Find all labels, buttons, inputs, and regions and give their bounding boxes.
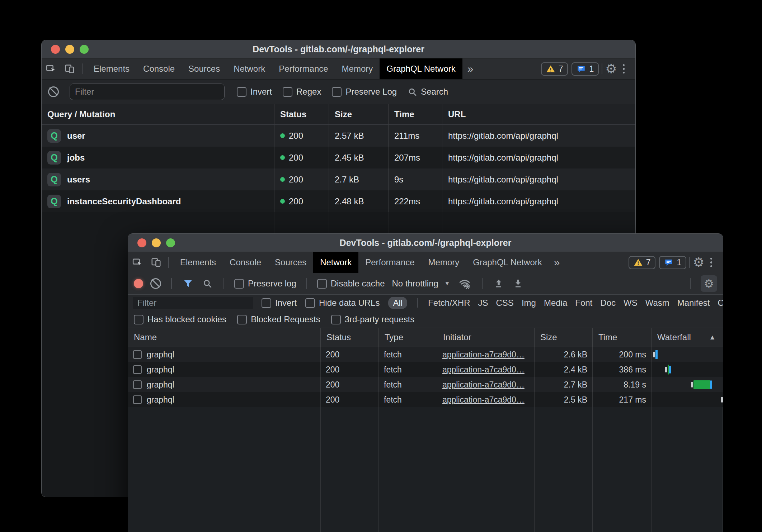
request-row[interactable]: graphql200fetchapplication-a7ca9d0…2.6 k… [128,347,723,362]
settings-gear-icon[interactable]: ⚙ [605,62,617,75]
har-import-icon[interactable] [512,279,524,289]
warnings-badge[interactable]: 7 [629,256,656,269]
device-toolbar-icon[interactable] [147,252,165,273]
type-chip-wasm[interactable]: Wasm [645,298,669,308]
close-button[interactable] [51,45,60,54]
device-toolbar-icon[interactable] [60,58,79,79]
type-chip-js[interactable]: JS [478,298,488,308]
type-chip-doc[interactable]: Doc [600,298,616,308]
type-chip-fetch-xhr[interactable]: Fetch/XHR [428,298,470,308]
request-row[interactable]: graphql200fetchapplication-a7ca9d0…2.7 k… [128,377,723,392]
inspect-icon[interactable] [128,252,147,273]
column-header-url[interactable]: URL [442,104,635,124]
clear-icon[interactable] [150,278,161,289]
column-header-initiator[interactable]: Initiator [437,328,535,347]
network-conditions-icon[interactable] [457,277,472,290]
messages-badge[interactable]: 1 [572,62,599,76]
preserve-log-checkbox[interactable]: Preserve log [234,279,296,289]
tab-sources[interactable]: Sources [268,252,313,273]
query-row[interactable]: Qusers2002.7 kB9shttps://gitlab.com/api/… [42,168,635,190]
minimize-button[interactable] [65,45,74,54]
more-tabs-icon[interactable]: » [549,252,565,273]
row-checkbox[interactable] [133,395,142,404]
kebab-menu-icon[interactable] [617,64,631,74]
initiator-link[interactable]: application-a7ca9d0… [442,365,525,375]
tab-memory[interactable]: Memory [335,58,380,79]
har-export-icon[interactable] [493,279,505,289]
column-header-status[interactable]: Status [274,104,329,124]
tab-network[interactable]: Network [227,58,272,79]
tab-graphql-network[interactable]: GraphQL Network [380,58,462,79]
query-row[interactable]: Quser2002.57 kB211mshttps://gitlab.com/a… [42,125,635,147]
inspect-icon[interactable] [42,58,60,79]
column-header-name[interactable]: Name [128,328,321,347]
zoom-button[interactable] [80,45,89,54]
filter-input[interactable] [133,297,253,309]
search-button[interactable]: Search [408,87,448,97]
row-checkbox[interactable] [133,365,142,374]
back-titlebar[interactable]: DevTools - gitlab.com/-/graphql-explorer [42,40,635,58]
kebab-menu-icon[interactable] [705,258,718,267]
hide-data-urls-checkbox[interactable]: Hide data URLs [305,298,380,308]
preserve-log-checkbox[interactable]: Preserve Log [332,87,397,97]
column-header-time[interactable]: Time [593,328,652,347]
throttling-select[interactable]: No throttling ▼ [392,279,450,289]
3rd-party-requests-checkbox[interactable]: 3rd-party requests [331,314,415,324]
tab-sources[interactable]: Sources [182,58,227,79]
invert-checkbox[interactable]: Invert [237,87,272,97]
type-chip-ws[interactable]: WS [624,298,638,308]
more-tabs-icon[interactable]: » [462,58,479,79]
column-header-time[interactable]: Time [389,104,442,124]
initiator-link[interactable]: application-a7ca9d0… [442,395,525,405]
tab-network[interactable]: Network [313,252,358,273]
type-chip-font[interactable]: Font [575,298,592,308]
front-titlebar[interactable]: DevTools - gitlab.com/-/graphql-explorer [128,234,723,252]
tab-memory[interactable]: Memory [422,252,466,273]
tab-graphql-network[interactable]: GraphQL Network [466,252,549,273]
record-button[interactable] [134,279,143,288]
tab-console[interactable]: Console [223,252,268,273]
search-icon[interactable] [201,279,213,289]
filter-input[interactable] [70,84,225,100]
tab-elements[interactable]: Elements [173,252,223,273]
settings-gear-icon[interactable]: ⚙ [693,256,704,269]
request-row[interactable]: graphql200fetchapplication-a7ca9d0…2.4 k… [128,362,723,377]
column-header-status[interactable]: Status [321,328,379,347]
row-checkbox[interactable] [133,380,142,389]
query-name: user [67,131,85,141]
type-chip-media[interactable]: Media [544,298,567,308]
tab-performance[interactable]: Performance [272,58,335,79]
row-checkbox[interactable] [133,350,142,359]
query-row[interactable]: QinstanceSecurityDashboard2002.48 kB222m… [42,190,635,212]
column-header-size[interactable]: Size [535,328,593,347]
disable-cache-checkbox[interactable]: Disable cache [317,279,385,289]
zoom-button[interactable] [166,238,175,247]
initiator-link[interactable]: application-a7ca9d0… [442,350,525,360]
close-button[interactable] [137,238,146,247]
invert-checkbox[interactable]: Invert [262,298,297,308]
warnings-badge[interactable]: 7 [541,62,568,76]
clear-icon[interactable] [48,86,59,97]
type-chip-img[interactable]: Img [522,298,536,308]
initiator-link[interactable]: application-a7ca9d0… [442,380,525,390]
column-header-type[interactable]: Type [379,328,437,347]
tab-console[interactable]: Console [136,58,182,79]
type-chip-manifest[interactable]: Manifest [677,298,710,308]
tab-performance[interactable]: Performance [358,252,421,273]
type-chip-css[interactable]: CSS [496,298,514,308]
type-chip-all[interactable]: All [388,297,407,309]
type-chip-other[interactable]: Other [718,298,723,308]
blocked-requests-checkbox[interactable]: Blocked Requests [237,314,320,324]
has-blocked-cookies-checkbox[interactable]: Has blocked cookies [134,314,226,324]
request-row[interactable]: graphql200fetchapplication-a7ca9d0…2.5 k… [128,392,723,407]
column-header-size[interactable]: Size [329,104,389,124]
network-settings-gear-icon[interactable]: ⚙ [701,275,717,292]
regex-checkbox[interactable]: Regex [283,87,321,97]
filter-funnel-icon[interactable] [182,278,194,289]
messages-badge[interactable]: 1 [659,256,686,269]
column-header-waterfall[interactable]: Waterfall▲ [652,328,723,347]
column-header-query-mutation[interactable]: Query / Mutation [42,104,274,124]
tab-elements[interactable]: Elements [87,58,136,79]
minimize-button[interactable] [152,238,161,247]
query-row[interactable]: Qjobs2002.45 kB207mshttps://gitlab.com/a… [42,147,635,168]
